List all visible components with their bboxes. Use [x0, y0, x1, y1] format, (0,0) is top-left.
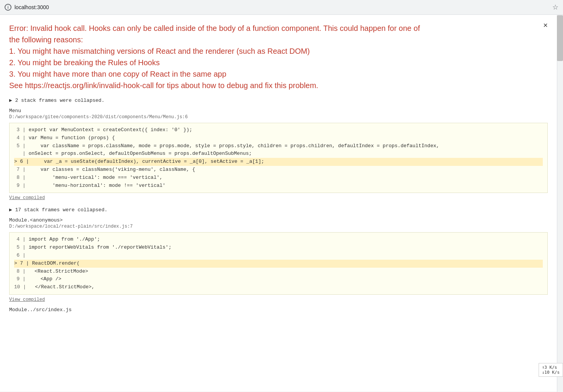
code-line: 5 | import reportWebVitals from './repor…: [14, 244, 543, 252]
error-message: Error: Invalid hook call. Hooks can only…: [9, 22, 429, 91]
network-up: ↑3 K/s: [542, 365, 560, 370]
scrollbar[interactable]: [557, 15, 563, 392]
error-reason-2: 2. You might be breaking the Rules of Ho…: [9, 58, 160, 67]
collapsed-frames-1[interactable]: 2 stack frames were collapsed.: [9, 97, 548, 103]
code-line: 9 | 'menu-horizontal': mode !== 'vertica…: [14, 182, 543, 190]
network-indicator: ↑3 K/s ↓10 K/s: [539, 363, 563, 377]
code-line-highlighted: > 7 | ReactDOM.render(: [14, 260, 543, 268]
code-line: 8 | <React.StrictMode>: [14, 268, 543, 276]
error-reason-1: 1. You might have mismatching versions o…: [9, 47, 310, 55]
code-line: 5 | var className = props.className, mod…: [14, 142, 543, 150]
code-line: 8 | 'menu-vertical': mode === 'vertical'…: [14, 174, 543, 182]
code-block-2: 4 | import App from './App'; 5 | import …: [9, 232, 548, 295]
error-title: Error: Invalid hook call. Hooks can only…: [9, 24, 420, 44]
error-see-text: See https://reactjs.org/link/invalid-hoo…: [9, 81, 318, 90]
view-compiled-1[interactable]: View compiled: [9, 195, 548, 201]
collapsed-frames-2[interactable]: 17 stack frames were collapsed.: [9, 207, 548, 213]
scrollbar-thumb[interactable]: [557, 15, 563, 61]
code-line: 7 | var classes = classNames('viking-men…: [14, 166, 543, 174]
network-down: ↓10 K/s: [542, 370, 560, 375]
code-line: 3 | export var MenuContext = createConte…: [14, 126, 543, 134]
code-line-highlighted: > 6 | var _a = useState(defaultIndex), c…: [14, 158, 543, 166]
code-line: 4 | import App from './App';: [14, 236, 543, 244]
stack-frame-name-3: Module../src/index.js: [9, 307, 548, 313]
info-icon[interactable]: i: [5, 4, 11, 11]
code-line: 6 |: [14, 252, 543, 260]
url-display: localhost:3000: [14, 4, 49, 10]
stack-frame-name-1: Menu: [9, 108, 548, 114]
code-block-1: 3 | export var MenuContext = createConte…: [9, 123, 548, 193]
stack-frame-path-1: D:/workspace/gitee/components-2020/dist/…: [9, 114, 548, 120]
code-line: | onSelect = props.onSelect, defaultOpen…: [14, 150, 543, 158]
code-line: 10 | </React.StrictMode>,: [14, 283, 543, 291]
main-content: × Error: Invalid hook call. Hooks can on…: [0, 15, 557, 392]
stack-frame-path-2: D:/workspace/local/react-plain/src/index…: [9, 224, 548, 229]
stack-frame-name-2: Module.<anonymous>: [9, 217, 548, 223]
code-line: 9 | <App />: [14, 275, 543, 283]
address-bar: i localhost:3000 ☆: [0, 0, 563, 14]
browser-chrome: i localhost:3000 ☆: [0, 0, 563, 15]
code-line: 4 | var Menu = function (props) {: [14, 134, 543, 142]
bookmark-icon[interactable]: ☆: [552, 3, 558, 11]
view-compiled-2[interactable]: View compiled: [9, 297, 548, 302]
close-button[interactable]: ×: [543, 21, 548, 30]
error-reason-3: 3. You might have more than one copy of …: [9, 70, 226, 78]
